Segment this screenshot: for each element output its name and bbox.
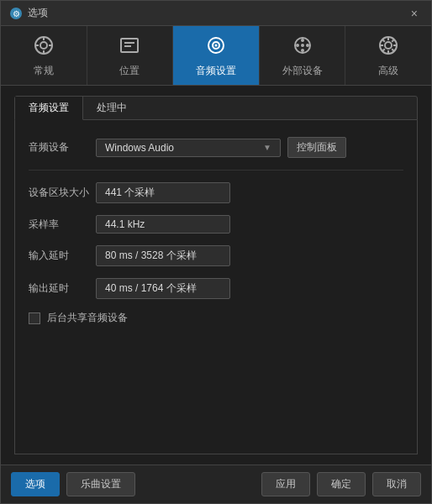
cancel-button[interactable]: 取消 [372,472,421,496]
sample-rate-label: 采样率 [29,218,96,232]
options-button[interactable]: 选项 [11,472,60,496]
svg-line-26 [382,39,385,42]
output-latency-label: 输出延时 [29,281,96,296]
apply-button[interactable]: 应用 [261,472,310,496]
svg-text:⚙: ⚙ [13,9,20,18]
block-size-row: 设备区块大小 441 个采样 [29,182,403,203]
tab-advanced-label: 高级 [378,64,398,78]
svg-point-16 [301,49,304,52]
svg-point-21 [385,42,392,49]
input-latency-row: 输入延时 80 ms / 3528 个采样 [29,245,403,266]
tab-external-label: 外部设备 [282,64,323,78]
sample-rate-value: 44.1 kHz [96,215,230,234]
tab-bar: 常规 位置 音频设置 [1,26,431,86]
svg-point-18 [306,44,309,47]
output-latency-row: 输出延时 40 ms / 1764 个采样 [29,278,403,299]
titlebar: ⚙ 选项 × [1,1,431,26]
tab-audio[interactable]: 音频设置 [173,26,260,85]
audio-device-dropdown[interactable]: Windows Audio ▼ [96,139,281,157]
window-icon: ⚙ [9,7,23,20]
svg-rect-10 [124,45,131,47]
share-audio-checkbox[interactable] [29,312,40,324]
sub-tab-processing[interactable]: 处理中 [83,97,140,119]
svg-rect-9 [124,42,134,44]
location-icon [118,34,141,60]
share-audio-row: 后台共享音频设备 [29,311,403,325]
svg-point-17 [296,44,299,47]
song-settings-button[interactable]: 乐曲设置 [66,472,135,496]
audio-panel: 音频设备 Windows Audio ▼ 控制面板 设备区块大小 441 个采样… [14,120,418,454]
sub-tab-audio-settings[interactable]: 音频设置 [15,97,83,120]
svg-point-3 [40,42,47,49]
svg-line-29 [382,49,385,51]
sample-rate-row: 采样率 44.1 kHz [29,215,403,234]
input-latency-value: 80 ms / 3528 个采样 [96,245,230,266]
tab-general[interactable]: 常规 [1,26,87,85]
general-icon [32,34,55,60]
audio-device-row: 音频设备 Windows Audio ▼ 控制面板 [29,137,403,158]
tab-location[interactable]: 位置 [87,26,174,85]
content-area: 音频设置 处理中 音频设备 Windows Audio ▼ 控制面板 设备区块大… [1,86,431,465]
main-window: ⚙ 选项 × 常规 [0,0,432,504]
dropdown-arrow-icon: ▼ [263,143,271,152]
bottom-bar: 选项 乐曲设置 应用 确定 取消 [1,465,431,503]
share-audio-label: 后台共享音频设备 [47,311,128,325]
control-panel-button[interactable]: 控制面板 [287,137,346,158]
output-latency-value: 40 ms / 1764 个采样 [96,278,230,299]
svg-point-19 [301,44,304,47]
advanced-icon [377,34,400,60]
divider [29,170,403,171]
close-button[interactable]: × [406,5,423,22]
input-latency-label: 输入延时 [29,249,96,263]
tab-advanced[interactable]: 高级 [345,26,431,85]
tab-external[interactable]: 外部设备 [260,26,346,85]
svg-point-13 [214,44,217,46]
svg-line-28 [392,39,394,42]
sub-tab-bar: 音频设置 处理中 [14,96,418,120]
tab-audio-label: 音频设置 [196,64,236,78]
audio-device-label: 音频设备 [29,140,96,155]
svg-line-27 [392,49,394,51]
external-icon [291,34,314,60]
tab-location-label: 位置 [119,64,140,78]
ok-button[interactable]: 确定 [317,472,366,496]
audio-icon [204,34,228,60]
window-title: ⚙ 选项 [9,6,48,20]
block-size-value: 441 个采样 [96,182,230,203]
tab-general-label: 常规 [34,64,54,78]
block-size-label: 设备区块大小 [29,186,96,200]
svg-point-15 [301,39,304,42]
